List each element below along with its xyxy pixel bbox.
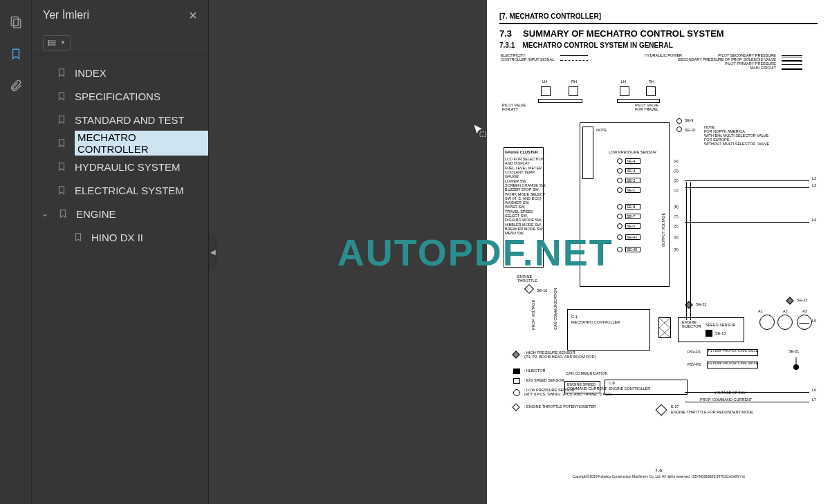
diagram-label: NOTE: FOR NORTH AMERICA: WITH BHL MULTI … [704, 125, 769, 146]
diagram-label: NOTE [596, 128, 607, 132]
diagram-label: LCD FOR SELECTION AND DISPLAY FUEL LEVEL… [505, 157, 546, 236]
diagram-label: SE-2 [627, 178, 635, 183]
section-title-text: SUMMARY OF MECHATRO CONTROL SYSTEM [523, 28, 724, 39]
diagram-label: (4) [674, 159, 679, 163]
viewer-area[interactable]: ◀ AUTOPDF.NET [7. MECHATRO CONTROLLER] 7… [209, 0, 830, 504]
diagram-label: HYDRAULIC POWER [645, 53, 682, 57]
diagram-label: SE-40 [627, 248, 637, 252]
bookmark-options-dropdown[interactable]: ▼ [43, 35, 71, 50]
svg-point-6 [48, 42, 49, 43]
diagram-label: SE-10 [685, 128, 695, 132]
diagram-label: SE-16 [537, 288, 547, 292]
subsection-number: 7.3.1 [499, 41, 515, 49]
bookmark-item-hino-dx-ii[interactable]: HINO DX II [37, 225, 208, 249]
diagram-label: ELECTRICITY CONTROLLER INPUT SIGNAL [501, 53, 554, 62]
diagram-label: SE-7 [627, 214, 635, 218]
diagram-label: (6) [674, 235, 679, 239]
diagram-label: GAUGE CLUSTER [505, 150, 538, 154]
bookmark-item-mechatro-controller[interactable]: MECHATRO CONTROLLER [37, 131, 208, 155]
subsection-title-text: MECHATRO CONTROL SYSTEM IN GENERAL [522, 41, 672, 49]
bookmark-label: STANDARD AND TEST [75, 114, 185, 126]
diagram-label: LH [621, 80, 626, 84]
bookmark-icon [57, 66, 66, 79]
diagram-label: : HIGH PRESSURE SENSOR (P1, P2, BOOM HEA… [524, 351, 596, 359]
bookmark-label: MECHATRO CONTROLLER [75, 131, 208, 156]
diagram-label: L6 [812, 388, 816, 392]
panel-header: Yer İmleri × [32, 0, 208, 30]
diagram-label: RH [571, 80, 577, 84]
diagram-label: E-27 [671, 404, 679, 409]
diagram-label: SE-8 [627, 205, 635, 209]
diagram-label: A2 [783, 309, 788, 313]
diagram-label: SE-13 [715, 331, 726, 335]
bookmark-icon [57, 90, 66, 102]
diagram-label: ENGINE THROTTLE [517, 274, 537, 283]
diagram-label: MECHATRO CONTROLLER [571, 320, 620, 324]
diagram-label: VOLTAGE OF 24V [714, 391, 746, 395]
section-number: 7.3 [499, 28, 512, 39]
svg-point-10 [793, 364, 799, 370]
diagram-label: ENGINE THROTTLE FOR REDUNDANT MODE [671, 410, 753, 414]
diagram-label: A3 [802, 309, 807, 313]
svg-rect-8 [480, 132, 486, 136]
bookmark-item-specifications[interactable]: SPECIFICATIONS [37, 84, 208, 108]
svg-rect-0 [11, 17, 18, 26]
bookmarks-icon[interactable] [8, 46, 24, 62]
diagram-label: SE-1 [627, 188, 635, 192]
panel-title: Yer İmleri [43, 9, 89, 21]
panel-toolbar: ▼ [32, 30, 208, 55]
diagram-label: SE-4 [627, 159, 635, 163]
diagram-label: : E/G SPEED SENSOR [524, 378, 564, 382]
svg-point-7 [48, 44, 49, 45]
diagram-label: SE-41 [627, 235, 637, 239]
diagram-label: ENGINE CONTROLLER [609, 386, 650, 391]
diagram-label: : ENGINE THROTTLE POTENTIOMETER [524, 404, 596, 409]
diagram-label: PILOT VALVE FOR ATT [502, 103, 526, 111]
diagram-label: L3 [812, 183, 816, 187]
attachments-icon[interactable] [8, 77, 24, 94]
diagram-label: LH [542, 80, 547, 84]
diagram-label: OUTPUT VOLTAGE [661, 213, 665, 247]
close-panel-button[interactable]: × [189, 8, 197, 24]
diagram-label: (2) [674, 178, 679, 183]
diagram-label: CAN COMMUNICATION [553, 288, 557, 330]
diagram-label: L4 [812, 218, 816, 222]
diagram-label: SPEED SENSOR [706, 323, 735, 327]
bookmarks-panel: Yer İmleri × ▼ INDEX SPECIFICATIONS STAN… [32, 0, 209, 504]
diagram-label: (9) [674, 248, 679, 252]
diagram-label: SE-23 [797, 298, 807, 302]
diagram-label: PSV-P2 [688, 362, 701, 366]
diagram-label: C-8 [609, 381, 615, 385]
diagram-label: : INJECTOR [524, 368, 545, 373]
bookmark-item-electrical-system[interactable]: ELECTRICAL SYSTEM [37, 178, 208, 202]
diagram-label: CAN COMMUNICATION [566, 371, 607, 375]
svg-point-5 [48, 40, 49, 41]
chevron-down-icon: ▼ [60, 39, 66, 46]
left-toolbar [0, 0, 32, 504]
bookmark-item-index[interactable]: INDEX [37, 61, 208, 84]
diagram-label: LOW PRESSURE SENSOR [609, 150, 656, 154]
diagram-label: (1) [674, 188, 679, 192]
diagram-label: L7 [812, 398, 816, 402]
bookmark-icon [73, 231, 83, 243]
diagram-label: SE-22 [696, 302, 706, 306]
collapse-panel-button[interactable]: ◀ [209, 235, 217, 270]
page-number: 7-6 [499, 468, 818, 473]
diagram-label: L5 [812, 319, 816, 323]
svg-rect-1 [13, 19, 20, 28]
section-title: 7.3 SUMMARY OF MECHATRO CONTROL SYSTEM [499, 28, 818, 39]
chevron-down-icon[interactable]: ⌄ [42, 209, 48, 218]
subsection-title: 7.3.1 MECHATRO CONTROL SYSTEM IN GENERAL [499, 41, 818, 49]
page-copyright: Copyright©2019 Kobelco Construction Mach… [499, 474, 818, 478]
diagram-label: PILOT SECONDARY PRESSURE SECONDARY PRESS… [678, 53, 776, 70]
bookmark-item-engine[interactable]: ⌄ ENGINE [37, 202, 208, 225]
bookmark-item-hydraulic-system[interactable]: HYDRAULIC SYSTEM [37, 155, 208, 178]
bookmark-icon [58, 207, 68, 220]
schematic-diagram: ELECTRICITY CONTROLLER INPUT SIGNAL HYDR… [499, 53, 818, 463]
bookmark-label: ELECTRICAL SYSTEM [75, 185, 184, 196]
thumbnails-icon[interactable] [8, 14, 24, 30]
bookmark-label: INDEX [75, 67, 107, 79]
bookmark-label: HYDRAULIC SYSTEM [75, 161, 181, 173]
chapter-heading: [7. MECHATRO CONTROLLER] [499, 12, 818, 20]
bookmark-item-standard-test[interactable]: STANDARD AND TEST [37, 108, 208, 131]
